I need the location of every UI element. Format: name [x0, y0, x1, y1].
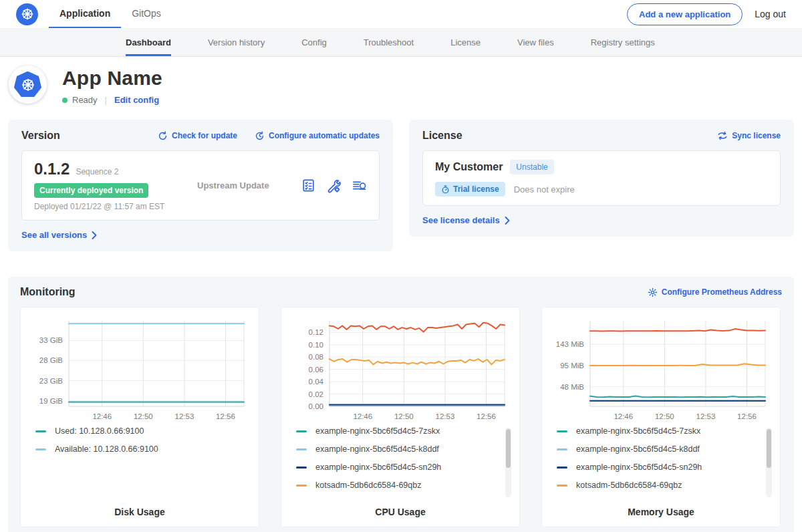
- legend-dash-icon: [35, 430, 46, 432]
- svg-text:33 GiB: 33 GiB: [39, 336, 63, 344]
- tab-troubleshoot[interactable]: Troubleshoot: [364, 28, 414, 56]
- license-type-label: Trial license: [453, 184, 499, 194]
- version-card-title: Version: [21, 130, 60, 142]
- svg-text:12:46: 12:46: [614, 412, 633, 420]
- cpu-usage-chart-card: 0.000.020.040.060.080.100.1212:4612:5012…: [281, 307, 520, 527]
- svg-text:0.10: 0.10: [309, 341, 323, 349]
- scrollbar-thumb[interactable]: [767, 429, 771, 468]
- channel-badge: Unstable: [510, 160, 553, 174]
- tab-version-history[interactable]: Version history: [208, 28, 265, 56]
- license-type-badge: Trial license: [435, 182, 505, 196]
- legend-label: example-nginx-5bc6f5d4c5-k8ddf: [315, 444, 439, 454]
- check-for-update-button[interactable]: Check for update: [158, 131, 237, 141]
- tab-license[interactable]: License: [450, 28, 481, 56]
- chevron-right-icon: [92, 231, 97, 239]
- edit-config-link[interactable]: Edit config: [114, 95, 159, 105]
- svg-text:0.06: 0.06: [309, 366, 323, 374]
- svg-text:0.00: 0.00: [309, 402, 323, 410]
- sync-icon: [717, 131, 728, 140]
- chart-title: CPU Usage: [281, 507, 519, 517]
- license-expiry: Does not expire: [514, 184, 575, 194]
- configure-prometheus-label: Configure Prometheus Address: [662, 287, 782, 297]
- tab-dashboard[interactable]: Dashboard: [126, 28, 171, 56]
- view-diff-icon[interactable]: [352, 178, 367, 192]
- svg-text:12:46: 12:46: [353, 412, 372, 420]
- configure-prometheus-button[interactable]: Configure Prometheus Address: [648, 287, 782, 297]
- svg-text:12:56: 12:56: [216, 412, 235, 420]
- nav-item-gitops[interactable]: GitOps: [121, 0, 172, 28]
- sync-license-label: Sync license: [732, 131, 781, 140]
- legend-scrollbar[interactable]: [766, 428, 772, 497]
- svg-text:12:56: 12:56: [477, 412, 496, 420]
- legend-dash-icon: [557, 430, 567, 432]
- svg-text:12:53: 12:53: [696, 412, 716, 420]
- svg-text:12:50: 12:50: [394, 412, 414, 420]
- divider: |: [105, 95, 107, 105]
- svg-text:12:46: 12:46: [92, 412, 112, 420]
- legend-label: kotsadm-5db6dc6584-69qbz: [315, 481, 421, 490]
- legend-label: example-nginx-5bc6f5d4c5-sn29h: [315, 462, 441, 472]
- see-all-versions-label: See all versions: [21, 230, 87, 240]
- current-version-row: 0.1.2 Sequence 2 Currently deployed vers…: [21, 150, 380, 221]
- sync-license-button[interactable]: Sync license: [717, 131, 781, 140]
- legend-item: example-nginx-5bc6f5d4c5-7zskx: [557, 426, 757, 436]
- top-nav: Application GitOps Add a new application…: [0, 0, 802, 28]
- configure-updates-label: Configure automatic updates: [269, 131, 380, 140]
- svg-text:12:56: 12:56: [737, 412, 757, 420]
- svg-text:143 MiB: 143 MiB: [556, 340, 585, 348]
- legend-label: Used: 10.128.0.66:9100: [55, 426, 144, 436]
- deployed-badge: Currently deployed version: [34, 183, 148, 198]
- svg-text:0.02: 0.02: [309, 390, 323, 398]
- svg-text:19 GiB: 19 GiB: [39, 397, 63, 405]
- legend-dash-icon: [296, 467, 307, 469]
- status-text: Ready: [72, 95, 98, 105]
- chart-title: Memory Usage: [542, 507, 780, 517]
- svg-text:0.04: 0.04: [309, 378, 324, 386]
- svg-text:95 MiB: 95 MiB: [560, 362, 584, 370]
- gear-icon: [648, 287, 658, 297]
- legend-item: example-nginx-5bc6f5d4c5-sn29h: [296, 462, 497, 472]
- svg-text:0.08: 0.08: [309, 353, 323, 361]
- version-number: 0.1.2: [34, 160, 70, 178]
- edit-config-icon[interactable]: [326, 178, 341, 193]
- memory-usage-chart: 48 MiB95 MiB143 MiB12:4612:5012:5312:56: [547, 315, 775, 421]
- app-logo: [9, 65, 47, 104]
- configure-automatic-updates-button[interactable]: Configure automatic updates: [255, 131, 380, 141]
- legend-dash-icon: [557, 467, 567, 469]
- status-dot: [62, 98, 68, 103]
- legend-scrollbar[interactable]: [505, 428, 511, 497]
- svg-text:23 GiB: 23 GiB: [39, 377, 63, 385]
- logout-link[interactable]: Log out: [755, 9, 786, 19]
- tab-view-files[interactable]: View files: [517, 28, 554, 56]
- tab-config[interactable]: Config: [301, 28, 327, 56]
- legend-label: Available: 10.128.0.66:9100: [55, 444, 158, 454]
- tab-registry-settings[interactable]: Registry settings: [591, 28, 655, 56]
- scrollbar-thumb[interactable]: [506, 429, 511, 468]
- release-notes-icon[interactable]: [301, 178, 315, 192]
- add-application-button[interactable]: Add a new application: [627, 3, 743, 25]
- memory-usage-chart-card: 48 MiB95 MiB143 MiB12:4612:5012:5312:56 …: [541, 307, 781, 527]
- deployed-timestamp: Deployed 01/21/22 @ 11:57 am EST: [34, 202, 181, 211]
- see-all-versions-link[interactable]: See all versions: [21, 230, 97, 240]
- legend-dash-icon: [557, 448, 567, 450]
- svg-text:12:53: 12:53: [436, 412, 455, 420]
- stopwatch-icon: [441, 185, 450, 194]
- legend-label: example-nginx-5bc6f5d4c5-7zskx: [315, 426, 440, 436]
- customer-name: My Customer: [435, 161, 503, 173]
- helm-wheel-icon: [20, 7, 35, 21]
- version-card: Version Check for update Configure au: [8, 120, 393, 251]
- check-for-update-label: Check for update: [172, 131, 237, 140]
- svg-text:12:50: 12:50: [134, 412, 153, 420]
- legend-label: example-nginx-5bc6f5d4c5-7zskx: [576, 426, 700, 436]
- see-license-details-link[interactable]: See license details: [422, 215, 510, 225]
- refresh-icon: [158, 131, 168, 141]
- legend-item: Used: 10.128.0.66:9100: [35, 426, 236, 436]
- chart-title: Disk Usage: [21, 507, 259, 517]
- nav-item-application[interactable]: Application: [49, 0, 121, 28]
- license-details-row: My Customer Unstable Trial license Does …: [422, 150, 781, 206]
- legend-dash-icon: [296, 448, 307, 450]
- chart-legend: Used: 10.128.0.66:9100Available: 10.128.…: [35, 426, 259, 462]
- legend-dash-icon: [296, 430, 307, 432]
- monitoring-section: Monitoring Configure Prometheus Address …: [8, 277, 794, 532]
- release-type-label: Upstream Update: [197, 180, 301, 190]
